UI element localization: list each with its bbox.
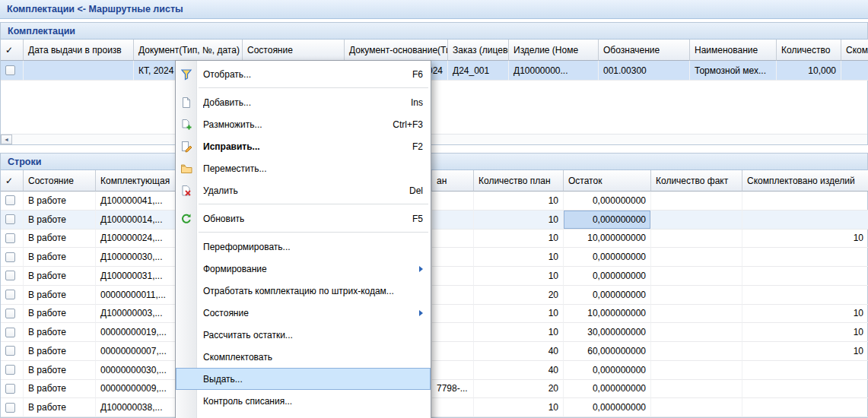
cell-designation: 001.00300	[599, 61, 690, 81]
menu-item-move[interactable]: Переместить...	[176, 157, 431, 179]
menu-item-writeoff-control[interactable]: Контроль списания...	[176, 390, 431, 412]
column-header-state[interactable]: Состояние	[243, 40, 345, 61]
column-header-qty_plan[interactable]: Количество план	[474, 170, 564, 192]
table-row[interactable]: В работе00000000019,...1030,00000000010	[1, 323, 868, 342]
table-row[interactable]: В работеД100000038,...100,000000000	[1, 398, 868, 417]
menu-item-assemble[interactable]: Скомплектовать	[176, 346, 431, 368]
table-row[interactable]: В работеД100000041,...100,000000000	[1, 192, 868, 211]
row-checkbox[interactable]	[5, 233, 15, 243]
menu-item-delete[interactable]: УдалитьDel	[176, 179, 431, 201]
menu-item-duplicate[interactable]: Размножить...Ctrl+F3	[176, 113, 431, 135]
column-header-base_doc[interactable]: Документ-основание(Ти	[345, 40, 448, 61]
cell-qty_fact	[651, 380, 742, 399]
menu-shortcut: Ins	[402, 97, 423, 108]
cell-qty_fact	[651, 211, 742, 230]
column-header-name[interactable]: Наименование	[690, 40, 777, 61]
row-checkbox[interactable]	[5, 65, 15, 75]
row-checkbox[interactable]	[5, 290, 15, 299]
column-header-state[interactable]: Состояние	[24, 170, 96, 192]
table-row[interactable]: В работеД100000030,...100,000000000	[1, 248, 868, 267]
cell-state: В работе	[24, 286, 96, 305]
menu-shortcut: Del	[400, 185, 423, 196]
cell-state: В работе	[24, 323, 96, 342]
table-row[interactable]: В работе00000000009,...7798-...200,00000…	[1, 380, 868, 399]
duplicate-icon	[180, 119, 192, 131]
column-header-product[interactable]: Изделие (Номе	[509, 40, 599, 61]
row-checkbox[interactable]	[5, 328, 15, 337]
column-header-qty[interactable]: Количество	[777, 40, 841, 61]
column-header-rest[interactable]: Остаток	[564, 170, 651, 192]
menu-item-edit[interactable]: Исправить...F2	[176, 135, 431, 157]
menu-item-filter[interactable]: Отобрать...F6	[176, 63, 431, 85]
column-header-order[interactable]: Заказ (лицево	[448, 40, 509, 61]
cell-state: В работе	[24, 267, 96, 286]
table-row[interactable]: В работеД100000003,...1010,00000000010	[1, 305, 868, 324]
cell-state: В работе	[24, 380, 96, 399]
column-header-doc[interactable]: Документ(Тип, №, дата)	[134, 40, 243, 61]
row-checkbox[interactable]	[5, 271, 15, 280]
table-row[interactable]: В работеД100000031,...100,000000000	[1, 267, 868, 286]
cell-component: Д100000041,...	[96, 192, 177, 211]
menu-item-calc-rest[interactable]: Рассчитать остатки...	[176, 324, 431, 346]
cell-rest: 30,000000000	[564, 323, 651, 342]
menu-item-add[interactable]: Добавить...Ins	[176, 91, 431, 113]
row-checkbox[interactable]	[5, 214, 15, 224]
row-checkbox[interactable]	[5, 403, 15, 413]
row-checkbox[interactable]	[5, 252, 15, 262]
menu-separator	[199, 201, 428, 207]
stroki-panel: Строки ✓СостояниеКомплектующаяанКоличест…	[0, 153, 868, 418]
cell-check	[1, 286, 24, 305]
row-checkbox[interactable]	[5, 309, 15, 318]
menu-item-issue[interactable]: Выдать...	[176, 368, 431, 390]
column-header-partial[interactable]: ан	[432, 170, 474, 192]
row-checkbox[interactable]	[5, 384, 15, 394]
cell-assembled	[742, 380, 868, 399]
menu-item-state[interactable]: Состояние	[176, 302, 431, 324]
table-row[interactable]: В работе00000000007,...4060,00000000010	[1, 342, 868, 361]
column-header-check[interactable]: ✓	[1, 40, 24, 61]
scroll-left-icon[interactable]: ◄	[1, 135, 12, 144]
column-header-component[interactable]: Комплектующая	[96, 170, 177, 192]
cell-check	[1, 230, 24, 249]
row-checkbox[interactable]	[5, 346, 15, 356]
table-row[interactable]: В работеД100000024,...1010,00000000010	[1, 230, 868, 249]
cell-assembled	[742, 192, 868, 211]
cell-order: Д24_001	[448, 61, 509, 81]
menu-item-formation[interactable]: Формирование	[176, 258, 431, 280]
cell-check	[1, 323, 24, 342]
cell-component: 00000000011,...	[96, 286, 177, 305]
column-header-date[interactable]: Дата выдачи в произв	[24, 40, 134, 61]
column-header-assembled[interactable]: Ском	[841, 40, 868, 61]
table-row[interactable]: В работеД100000014,...100,000000000	[1, 211, 868, 230]
menu-item-label: Рассчитать остатки...	[203, 330, 293, 340]
menu-item-refresh[interactable]: ОбновитьF5	[176, 207, 431, 230]
cell-rest: 60,000000000	[564, 342, 651, 361]
cell-qty_fact	[651, 286, 742, 305]
column-header-qty_fact[interactable]: Количество факт	[651, 170, 742, 192]
cell-partial	[432, 342, 474, 361]
table-row[interactable]: В работе00000000030,...400,000000000	[1, 361, 868, 380]
cell-state: В работе	[24, 192, 96, 211]
cell-partial	[432, 323, 474, 342]
menu-item-barcode[interactable]: Отработать комплектацию по штрих-кодам..…	[176, 280, 431, 302]
row-checkbox[interactable]	[5, 195, 15, 205]
table-row[interactable]: КТ, 2024024Д24_001Д10000000...001.00300Т…	[1, 61, 868, 81]
horizontal-scrollbar[interactable]: ◄	[1, 134, 867, 144]
table-row[interactable]: В работе00000000011,...200,000000000	[1, 286, 868, 305]
row-checkbox[interactable]	[5, 365, 15, 375]
menu-item-label: Отработать комплектацию по штрих-кодам..…	[203, 286, 394, 296]
column-header-check[interactable]: ✓	[1, 170, 24, 192]
cell-product: Д10000000...	[509, 61, 599, 81]
cell-assembled	[742, 398, 868, 417]
column-header-assembled[interactable]: Скомплектовано изделий	[742, 170, 868, 192]
menu-shortcut: Ctrl+F3	[383, 119, 423, 130]
cell-component: Д100000014,...	[96, 211, 177, 230]
menu-item-reform[interactable]: Переформировать...	[176, 236, 431, 258]
menu-item-label: Выдать...	[203, 374, 243, 385]
breadcrumb: Комплектации <- Маршрутные листы	[0, 0, 868, 19]
cell-check	[1, 398, 24, 417]
column-header-designation[interactable]: Обозначение	[599, 40, 690, 61]
cell-assembled	[742, 286, 868, 305]
cell-state: В работе	[24, 230, 96, 249]
menu-shortcut: F6	[403, 69, 423, 80]
